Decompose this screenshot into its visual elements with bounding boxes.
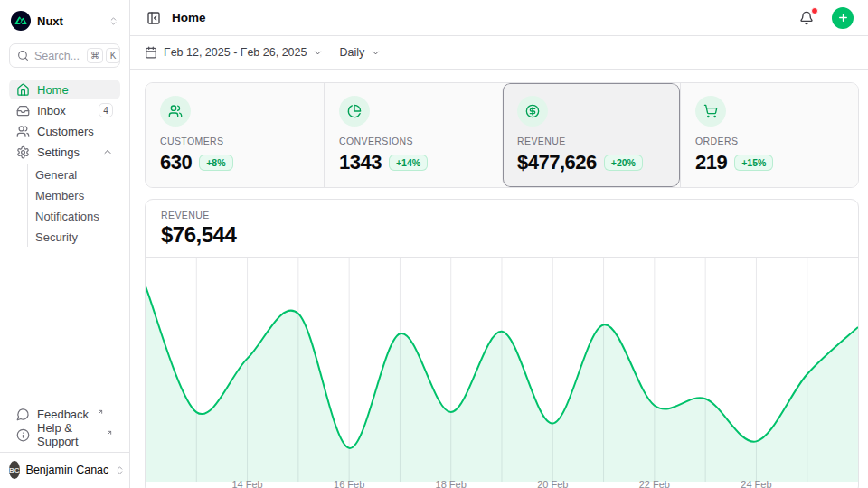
sidebar-item-label: Inbox: [37, 104, 66, 117]
chart-svg: [146, 258, 858, 482]
revenue-area-chart[interactable]: [146, 258, 858, 476]
main-area: Home Feb 12, 2025 - Feb 26, 2025 Daily: [130, 0, 868, 488]
x-tick-label: 16 Feb: [334, 479, 364, 488]
stat-label: CUSTOMERS: [160, 136, 309, 146]
circle-dollar-icon: [517, 96, 548, 127]
period-select[interactable]: Daily: [339, 46, 381, 59]
dashboard-content: CUSTOMERS 630 +8% CONVERSIONS 1343 +14%: [130, 70, 868, 488]
stat-delta-badge: +14%: [389, 155, 428, 171]
revenue-chart-card: REVENUE $76,544 14 Feb16 Feb18 Feb20 Feb…: [145, 199, 859, 488]
stat-value: 1343: [339, 151, 382, 174]
sidebar-item-general[interactable]: General: [28, 164, 120, 184]
sidebar-item-security[interactable]: Security: [28, 227, 120, 247]
sidebar-nav: Home Inbox 4 Customers Settings Genera: [9, 80, 120, 249]
house-icon: [16, 83, 30, 97]
panel-left-close-icon: [146, 11, 161, 25]
stat-label: CONVERSIONS: [339, 136, 487, 146]
sidebar: Nuxt ⌘ K Home Inbox 4: [0, 0, 130, 488]
x-tick-label: 24 Feb: [741, 479, 771, 488]
x-tick-label: 14 Feb: [231, 479, 262, 488]
nuxt-logo-icon: [11, 11, 31, 31]
user-name: Benjamin Canac: [26, 464, 109, 476]
search-input[interactable]: [34, 50, 81, 62]
chart-total-value: $76,544: [161, 222, 843, 248]
date-range-picker[interactable]: Feb 12, 2025 - Feb 26, 2025: [145, 46, 323, 59]
stat-delta-badge: +15%: [734, 155, 773, 171]
stat-card-conversions[interactable]: CONVERSIONS 1343 +14%: [324, 83, 502, 187]
sidebar-item-notifications[interactable]: Notifications: [28, 206, 120, 226]
workspace-name: Nuxt: [37, 14, 102, 28]
stat-value: $477,626: [517, 151, 597, 174]
external-link-icon: [106, 429, 113, 436]
stat-value: 630: [160, 151, 192, 174]
search-box[interactable]: ⌘ K: [9, 43, 120, 68]
period-label: Daily: [339, 46, 364, 59]
settings-children: General Members Notifications Security: [27, 164, 120, 247]
stat-card-orders[interactable]: ORDERS 219 +15%: [680, 83, 858, 187]
sidebar-item-customers[interactable]: Customers: [9, 121, 120, 141]
x-tick-label: 18 Feb: [436, 479, 467, 488]
user-menu[interactable]: BC Benjamin Canac: [0, 452, 129, 481]
stat-label: ORDERS: [695, 136, 844, 146]
inbox-count-badge: 4: [99, 103, 113, 117]
workspace-switcher[interactable]: Nuxt: [9, 9, 120, 33]
calendar-icon: [145, 46, 157, 59]
chart-kicker: REVENUE: [161, 210, 843, 221]
stat-delta-badge: +20%: [604, 155, 643, 171]
stat-value: 219: [695, 151, 727, 174]
sidebar-item-label: Customers: [37, 125, 94, 138]
chat-bubble-icon: [16, 408, 30, 421]
users-icon: [160, 96, 191, 127]
users-icon: [16, 125, 30, 138]
sidebar-item-label: Help & Support: [37, 421, 98, 448]
sidebar-item-home[interactable]: Home: [9, 80, 120, 99]
search-shortcut: ⌘ K: [87, 48, 120, 63]
kbd-k: K: [106, 48, 120, 63]
sidebar-item-members[interactable]: Members: [28, 185, 120, 205]
sidebar-item-label: Settings: [37, 145, 80, 159]
chevron-up-icon: [102, 146, 113, 157]
avatar: BC: [9, 461, 20, 479]
external-link-icon: [97, 408, 104, 416]
sidebar-item-settings[interactable]: Settings: [9, 142, 120, 162]
chart-pie-icon: [339, 96, 370, 127]
page-title: Home: [172, 11, 788, 24]
sidebar-item-help-support[interactable]: Help & Support: [9, 425, 120, 445]
inbox-icon: [16, 104, 30, 117]
x-tick-label: 20 Feb: [537, 479, 568, 488]
sidebar-footer: Feedback Help & Support: [9, 404, 120, 445]
stats-row: CUSTOMERS 630 +8% CONVERSIONS 1343 +14%: [145, 82, 859, 188]
gear-icon: [16, 145, 30, 159]
chevrons-up-down-icon: [115, 465, 125, 475]
sidebar-item-label: Feedback: [37, 408, 89, 421]
add-button[interactable]: [832, 7, 854, 29]
stat-card-customers[interactable]: CUSTOMERS 630 +8%: [146, 83, 324, 187]
collapse-sidebar-button[interactable]: [145, 9, 163, 27]
shopping-cart-icon: [695, 96, 726, 127]
stat-label: REVENUE: [517, 136, 665, 146]
plus-icon: [837, 12, 849, 23]
search-icon: [17, 50, 29, 61]
sidebar-item-label: Home: [37, 83, 69, 97]
filters-toolbar: Feb 12, 2025 - Feb 26, 2025 Daily: [130, 36, 868, 70]
chevron-down-icon: [313, 48, 323, 58]
chart-x-axis: 14 Feb16 Feb18 Feb20 Feb22 Feb24 Feb: [146, 476, 858, 488]
chevron-down-icon: [371, 48, 381, 58]
notifications-button[interactable]: [797, 9, 816, 27]
kbd-meta: ⌘: [87, 48, 103, 63]
date-range-label: Feb 12, 2025 - Feb 26, 2025: [164, 46, 307, 59]
top-navbar: Home: [130, 0, 868, 36]
stat-delta-badge: +8%: [199, 155, 232, 171]
chevrons-up-down-icon: [108, 16, 118, 26]
info-icon: [16, 428, 30, 442]
stat-card-revenue[interactable]: REVENUE $477,626 +20%: [502, 83, 680, 187]
chart-header: REVENUE $76,544: [146, 200, 858, 258]
x-tick-label: 22 Feb: [639, 479, 670, 488]
notification-dot: [811, 7, 818, 14]
sidebar-item-inbox[interactable]: Inbox 4: [9, 100, 120, 120]
